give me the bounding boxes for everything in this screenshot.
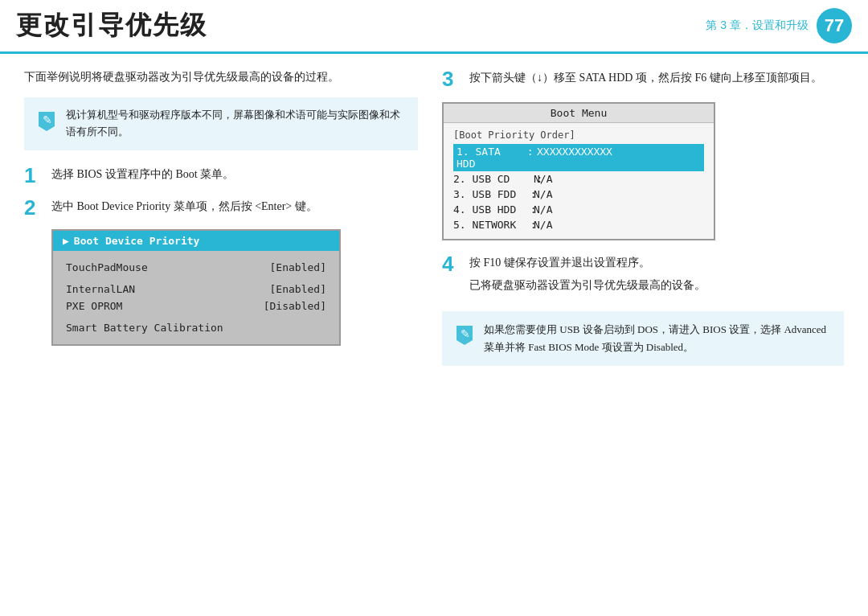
chapter-label: 第 3 章．设置和升级	[706, 18, 809, 33]
boot-item-3-val: N/A	[534, 188, 552, 200]
page-number: 77	[817, 8, 852, 43]
boot-menu-title: Boot Menu	[444, 104, 714, 123]
boot-item-2-sep: :	[518, 173, 534, 185]
bios-body: TouchPadMouse [Enabled] InternalLAN [Ena…	[53, 251, 339, 344]
intro-text: 下面举例说明将硬盘驱动器改为引导优先级最高的设备的过程。	[24, 68, 418, 86]
right-column: 3 按下箭头键（↓）移至 SATA HDD 项，然后按 F6 键向上移至顶部项目…	[442, 68, 844, 366]
boot-item-1-num: 1. SATA HDD	[457, 146, 521, 170]
boot-item-2: 2. USB CD : N/A	[453, 171, 704, 187]
boot-item-4-sep: :	[518, 203, 534, 216]
left-column: 下面举例说明将硬盘驱动器改为引导优先级最高的设备的过程。 ✎ 视计算机型号和驱动…	[24, 68, 418, 366]
step-3: 3 按下箭头键（↓）移至 SATA HDD 项，然后按 F6 键向上移至顶部项目…	[442, 68, 844, 89]
boot-item-2-num: 2. USB CD	[453, 173, 518, 185]
header-right: 第 3 章．设置和升级 77	[706, 8, 852, 43]
step-4-content: 按 F10 键保存设置并退出设置程序。 已将硬盘驱动器设置为引导优先级最高的设备…	[469, 253, 706, 298]
boot-item-3-sep: :	[518, 188, 534, 200]
step-4-num: 4	[442, 253, 461, 274]
boot-item-1: 1. SATA HDD : XXXXXXXXXXXX	[453, 144, 704, 171]
step-4: 4 按 F10 键保存设置并退出设置程序。 已将硬盘驱动器设置为引导优先级最高的…	[442, 253, 844, 298]
bios-header-text: Boot Device Priority	[74, 235, 200, 247]
boot-item-1-sep: :	[521, 146, 537, 170]
note-icon-2: ✎	[453, 322, 476, 345]
step-1: 1 选择 BIOS 设置程序中的 Boot 菜单。	[24, 165, 418, 186]
svg-text:✎: ✎	[461, 328, 470, 340]
boot-item-3-num: 3. USB FDD	[453, 188, 518, 200]
bios-row-touchpad: TouchPadMouse [Enabled]	[66, 259, 326, 276]
step-2: 2 选中 Boot Device Priority 菜单项，然后按 <Enter…	[24, 197, 418, 218]
bios-arrow-icon: ▶	[63, 235, 69, 247]
step-3-num: 3	[442, 68, 461, 89]
boot-item-4-val: N/A	[534, 203, 552, 216]
step-4-line2: 已将硬盘驱动器设置为引导优先级最高的设备。	[469, 276, 706, 295]
bios-smartbattery-label: Smart Battery Calibration	[66, 322, 223, 334]
page-title: 更改引导优先级	[16, 8, 207, 43]
boot-item-5: 5. NETWORK : N/A	[453, 217, 704, 232]
bios-internallan-value: [Enabled]	[270, 283, 326, 295]
note-text-2: 如果您需要使用 USB 设备启动到 DOS，请进入 BIOS 设置，选择 Adv…	[484, 321, 833, 356]
boot-item-5-sep: :	[518, 219, 534, 231]
bios-row-internallan: InternalLAN [Enabled]	[66, 281, 326, 298]
note-icon-1: ✎	[35, 109, 58, 131]
bios-row-pxeoprom: PXE OPROM [Disabled]	[66, 298, 326, 314]
step-3-text: 按下箭头键（↓）移至 SATA HDD 项，然后按 F6 键向上移至顶部项目。	[469, 68, 822, 88]
step-2-num: 2	[24, 197, 43, 218]
step-2-text: 选中 Boot Device Priority 菜单项，然后按 <Enter> …	[51, 197, 317, 216]
boot-item-1-val: XXXXXXXXXXXX	[537, 146, 612, 170]
step-4-line1: 按 F10 键保存设置并退出设置程序。	[469, 253, 706, 273]
page-header: 更改引导优先级 第 3 章．设置和升级 77	[0, 0, 868, 54]
bios-touchpad-label: TouchPadMouse	[66, 261, 148, 273]
boot-item-5-val: N/A	[534, 219, 552, 231]
bios-screen: ▶ Boot Device Priority TouchPadMouse [En…	[51, 229, 341, 346]
bios-pxeoprom-value: [Disabled]	[264, 300, 326, 312]
boot-menu: Boot Menu [Boot Priority Order] 1. SATA …	[442, 102, 715, 240]
bios-header-bar: ▶ Boot Device Priority	[53, 231, 339, 251]
step-1-num: 1	[24, 165, 43, 186]
boot-item-5-num: 5. NETWORK	[453, 219, 518, 231]
main-content: 下面举例说明将硬盘驱动器改为引导优先级最高的设备的过程。 ✎ 视计算机型号和驱动…	[0, 54, 868, 380]
note-box-2: ✎ 如果您需要使用 USB 设备启动到 DOS，请进入 BIOS 设置，选择 A…	[442, 311, 844, 366]
boot-item-3: 3. USB FDD : N/A	[453, 187, 704, 202]
boot-item-2-val: N/A	[534, 173, 552, 185]
bios-pxeoprom-label: PXE OPROM	[66, 300, 122, 312]
svg-text:✎: ✎	[43, 114, 52, 126]
note-text-1: 视计算机型号和驱动程序版本不同，屏幕图像和术语可能与实际图像和术语有所不同。	[66, 107, 407, 141]
step-1-text: 选择 BIOS 设置程序中的 Boot 菜单。	[51, 165, 234, 184]
note-box-1: ✎ 视计算机型号和驱动程序版本不同，屏幕图像和术语可能与实际图像和术语有所不同。	[24, 97, 418, 150]
bios-row-smartbattery: Smart Battery Calibration	[66, 319, 326, 336]
bios-internallan-label: InternalLAN	[66, 283, 135, 295]
boot-item-4-num: 4. USB HDD	[453, 203, 518, 216]
boot-menu-body: [Boot Priority Order] 1. SATA HDD : XXXX…	[444, 123, 714, 239]
boot-priority-label: [Boot Priority Order]	[453, 129, 704, 141]
boot-item-4: 4. USB HDD : N/A	[453, 202, 704, 217]
bios-touchpad-value: [Enabled]	[270, 261, 326, 273]
